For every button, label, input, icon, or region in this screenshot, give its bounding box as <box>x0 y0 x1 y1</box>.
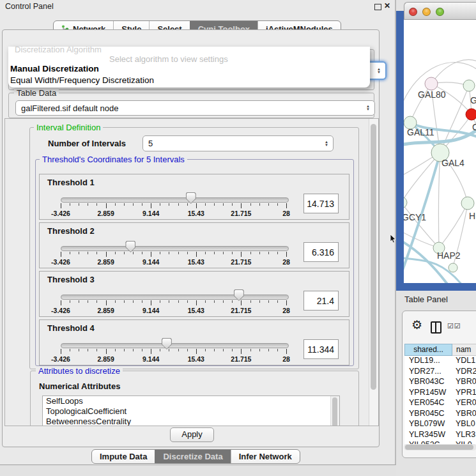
table-row[interactable]: YPR145WYPR1 <box>404 388 476 399</box>
GAL80-node[interactable] <box>425 77 438 90</box>
float-window-icon[interactable] <box>374 4 381 10</box>
attributes-group: Attributes to discretize Numerical Attri… <box>30 371 359 426</box>
threshold-value-field[interactable]: 14.713 <box>303 194 339 213</box>
tab-impute-data[interactable]: Impute Data <box>92 450 155 463</box>
discretization-algorithm-label: Discretization Algorithm <box>15 45 102 54</box>
tab-infer-network[interactable]: Infer Network <box>231 450 300 463</box>
network-canvas[interactable]: GAL80GCGAL11GAL4GCY1HHAP2 <box>404 20 476 283</box>
algorithm-option-1[interactable]: Manual Discretization <box>10 64 99 73</box>
threshold-value-field[interactable]: 11.344 <box>303 339 339 359</box>
tick-label: 2.859 <box>88 355 124 363</box>
table-data-label: Table Data <box>14 88 59 98</box>
tick-label: 15.43 <box>178 355 214 363</box>
settings-vertical-scrollbar[interactable] <box>369 119 378 426</box>
tick-label: 28 <box>268 355 304 363</box>
threshold-panel-4: Threshold 4-3.4262.8599.14415.4321.71528… <box>39 319 349 365</box>
spinner-arrows-icon: ▲▼ <box>377 68 385 74</box>
interval-definition-group: Interval Definition Number of Intervals … <box>29 127 359 369</box>
number-of-intervals-select[interactable]: 5 ▲▼ <box>142 135 334 151</box>
close-traffic-light-icon[interactable] <box>409 8 417 16</box>
node-label-GAL11: GAL11 <box>407 127 434 137</box>
algorithm-option-2[interactable]: Equal Width/Frequency Discretization <box>10 75 154 85</box>
select-columns-icon[interactable]: ☑☑ <box>447 322 461 330</box>
slider-handle[interactable] <box>234 289 244 301</box>
network-edge-highlighted <box>404 153 440 270</box>
node-label-GCY1: GCY1 <box>404 212 426 222</box>
column-header-1[interactable]: shared... <box>404 344 452 356</box>
node-label-GAL4: GAL4 <box>441 158 464 168</box>
tick-label: 21.715 <box>223 258 259 266</box>
threshold-label: Threshold 4 <box>47 323 95 333</box>
attribute-item[interactable]: BetweennessCentrality <box>43 417 339 426</box>
table-data-group: Table Data galFiltered.sif default node … <box>8 93 374 118</box>
tick-label: 2.859 <box>88 210 124 217</box>
node-label-HAP2: HAP2 <box>437 250 461 261</box>
attribute-item[interactable]: SelfLoops <box>43 396 339 406</box>
tick-label: 2.859 <box>88 258 124 266</box>
slider-track[interactable] <box>61 343 289 348</box>
tick-label: -3.426 <box>43 210 79 217</box>
table-row[interactable]: YER054CYER0 <box>404 398 476 409</box>
table-panel-title: Table Panel <box>404 295 448 304</box>
table-row[interactable]: YBR045CYBR0 <box>404 409 476 420</box>
settings-scroll-area: Interval Definition Number of Intervals … <box>4 118 379 426</box>
slider-track[interactable] <box>61 197 289 203</box>
cyni-toolbox-panel: ▲▼ Discretization Algorithm Select algor… <box>2 29 380 447</box>
interval-definition-label: Interval Definition <box>34 123 103 132</box>
thresholds-group: Threshold's Coordinates for 5 Intervals … <box>35 159 354 366</box>
spinner-arrows-icon: ▲▼ <box>325 141 333 147</box>
close-icon[interactable]: ✕ <box>384 1 390 10</box>
tick-label: 15.43 <box>178 307 214 314</box>
node-label-GAL80: GAL80 <box>418 89 446 100</box>
list-scrollbar[interactable] <box>330 396 339 426</box>
table-row[interactable]: YLR345WYLR3 <box>404 430 476 441</box>
tick-label: 28 <box>268 210 304 217</box>
tick-label: 21.715 <box>223 210 259 217</box>
bottom-node[interactable] <box>449 263 457 272</box>
table-data-select[interactable]: galFiltered.sif default node ▲▼ <box>15 100 375 116</box>
apply-button[interactable]: Apply <box>170 427 214 442</box>
tick-label: 9.144 <box>133 258 169 266</box>
node-label-C: C <box>472 122 476 132</box>
selected-red-node[interactable] <box>466 109 476 120</box>
table-horizontal-scrollbar[interactable] <box>404 444 476 450</box>
slider-handle[interactable] <box>186 192 196 204</box>
top-right-node[interactable] <box>463 80 475 91</box>
numerical-attributes-list: SelfLoopsTopologicalCoefficientBetweenne… <box>42 395 340 426</box>
threshold-value-field[interactable]: 6.316 <box>303 242 339 262</box>
right-node[interactable] <box>461 197 474 210</box>
slider-handle[interactable] <box>125 241 135 252</box>
mouse-cursor <box>390 234 397 247</box>
gear-icon[interactable]: ⚙ <box>411 318 422 332</box>
table-row[interactable]: YBR043CYBR0 <box>404 377 476 388</box>
table-row[interactable]: YDR27...YDR2 <box>404 367 476 378</box>
attribute-item[interactable]: TopologicalCoefficient <box>43 406 339 417</box>
tick-label: 9.144 <box>133 210 169 217</box>
GCY1-node[interactable] <box>404 197 407 208</box>
node-label-H: H <box>469 211 475 221</box>
tick-label: 15.43 <box>178 210 214 217</box>
tick-label: 15.43 <box>178 258 214 266</box>
control-panel-titlebar: Control Panel ✕ <box>0 0 395 13</box>
tab-discretize-data[interactable]: Discretize Data <box>155 450 230 463</box>
table-row[interactable]: YDL19...YDL1 <box>404 356 476 367</box>
split-columns-icon[interactable] <box>431 321 441 334</box>
tick-label: 2.859 <box>88 307 124 314</box>
zoom-traffic-light-icon[interactable] <box>436 8 444 16</box>
table-row[interactable]: YBL079WYBL0 <box>404 419 476 430</box>
window-title: Control Panel <box>5 2 54 11</box>
tick-label: 21.715 <box>223 307 259 314</box>
spinner-arrows-icon: ▲▼ <box>366 105 374 111</box>
minimize-traffic-light-icon[interactable] <box>422 8 431 16</box>
threshold-value-field[interactable]: 21.4 <box>303 291 339 311</box>
slider-track[interactable] <box>61 246 289 251</box>
thresholds-group-label: Threshold's Coordinates for 5 Intervals <box>40 155 187 164</box>
algorithm-hint: Select algorithm to view settings <box>109 54 228 64</box>
column-header-2[interactable]: nam <box>452 344 476 356</box>
network-window-titlebar[interactable] <box>404 2 476 20</box>
threshold-panel-3: Threshold 3-3.4262.8599.14415.4321.71528… <box>39 271 349 317</box>
attributes-group-label: Attributes to discretize <box>36 366 123 376</box>
slider-track[interactable] <box>61 295 289 300</box>
slider-handle[interactable] <box>162 338 172 349</box>
bottom-tab-bar: Impute DataDiscretize DataInfer Network <box>91 449 300 464</box>
